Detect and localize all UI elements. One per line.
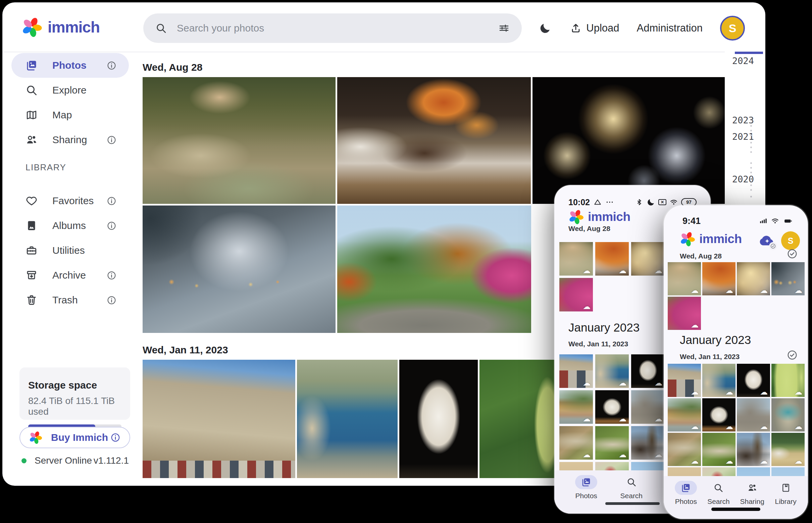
wifi-icon	[669, 198, 678, 206]
photo-autumn-park-path[interactable]	[337, 205, 531, 333]
thumb-fireworks[interactable]	[737, 262, 770, 295]
thumb-castle-ruins[interactable]	[631, 390, 665, 424]
thumb-fireworks[interactable]	[631, 242, 665, 275]
photos-icon	[581, 477, 591, 487]
thumb-ornate-trophy[interactable]	[772, 398, 805, 431]
thumb-stone-sculpture[interactable]	[595, 390, 629, 424]
sidebar-item-map[interactable]: Map	[12, 103, 129, 127]
photo-fortress-walls[interactable]	[143, 360, 295, 478]
user-avatar[interactable]: S	[720, 16, 745, 40]
nav-pill	[707, 481, 729, 495]
battery-icon	[782, 217, 794, 225]
nav-item-search[interactable]: Search	[620, 475, 643, 500]
scrubber-year-2023[interactable]: 2023	[732, 115, 754, 125]
thumb-castle-ruins[interactable]	[737, 398, 770, 431]
buy-immich-button[interactable]: Buy Immich	[19, 427, 130, 448]
info-icon[interactable]	[106, 270, 117, 281]
thumb-lizard-1[interactable]	[668, 433, 701, 466]
thumb-snowy-church[interactable]	[737, 433, 770, 466]
sidebar-item-photos[interactable]: Photos	[12, 53, 129, 78]
search-input[interactable]: Search your photos	[143, 13, 522, 43]
select-all-check-icon[interactable]	[787, 349, 798, 361]
thumb-sea-grape-berries[interactable]	[772, 364, 805, 397]
photo-coastal-town[interactable]	[297, 360, 398, 478]
photo-autumn-dinner-table[interactable]	[337, 77, 531, 204]
scrubber-year-2020[interactable]: 2020	[732, 174, 754, 184]
scrubber-tick	[750, 146, 752, 148]
search-filter-icon[interactable]	[498, 22, 510, 34]
thumb-marble-bust[interactable]	[631, 354, 665, 388]
thumb-autumn-park-path[interactable]	[668, 297, 701, 330]
thumb-coastal-town[interactable]	[702, 364, 736, 397]
screenshot-canvas: immich Search your photos Upload Adminis…	[0, 0, 812, 523]
thumb-lizard-1[interactable]	[559, 426, 593, 459]
thumb-autumn-park-path[interactable]	[559, 278, 593, 311]
photo-marble-bust[interactable]	[399, 360, 478, 478]
month-header: January 2023	[680, 333, 751, 347]
brand-wordmark: immich	[699, 232, 742, 246]
info-icon[interactable]	[106, 221, 117, 231]
nav-pill	[575, 475, 597, 489]
heart-icon	[25, 195, 38, 207]
sidebar-item-favorites[interactable]: Favorites	[12, 188, 129, 213]
info-icon[interactable]	[106, 295, 117, 305]
scrubber-year-2021[interactable]: 2021	[732, 131, 754, 142]
thumb-lizard-2[interactable]	[595, 426, 629, 459]
sidebar-item-albums[interactable]: Albums	[12, 213, 129, 238]
storage-card: Storage space 82.4 TiB of 115.1 TiB used	[19, 367, 130, 420]
thumb-snowy-church[interactable]	[631, 426, 665, 459]
nav-item-photos[interactable]: Photos	[675, 481, 697, 506]
immich-flower-icon	[21, 17, 42, 38]
user-avatar[interactable]: S	[781, 231, 800, 250]
administration-link[interactable]: Administration	[637, 22, 703, 34]
nav-pill	[741, 481, 763, 495]
sidebar-item-utilities[interactable]: Utilities	[12, 238, 129, 263]
thumb-zoo-monkeys[interactable]	[668, 262, 701, 295]
select-all-check-icon[interactable]	[787, 248, 798, 259]
thumb-autumn-dinner-table[interactable]	[595, 242, 629, 275]
nav-item-library[interactable]: Library	[775, 481, 797, 506]
thumb-stone-sculpture[interactable]	[702, 398, 736, 431]
date-group-header: Wed, Jan 11, 2023	[680, 353, 740, 361]
info-icon[interactable]	[106, 196, 117, 206]
thumb-farm-village[interactable]	[772, 433, 805, 466]
nav-pill	[775, 481, 797, 495]
brand-wordmark: immich	[588, 210, 630, 224]
photo-zoo-monkeys[interactable]	[143, 77, 335, 204]
scrubber-tick	[750, 167, 752, 169]
info-icon[interactable]	[106, 135, 117, 145]
photo-holding-hands[interactable]	[143, 205, 335, 333]
theme-toggle-button[interactable]	[538, 21, 553, 36]
thumb-beach-cliff[interactable]	[668, 398, 701, 431]
cellular-bars-icon	[759, 217, 768, 225]
scrubber-tick	[750, 172, 752, 173]
info-icon[interactable]	[106, 60, 117, 71]
immich-logo[interactable]: immich	[21, 12, 100, 42]
thumb-fortress-walls[interactable]	[559, 354, 593, 388]
nav-pill	[620, 475, 642, 489]
sidebar-item-explore[interactable]: Explore	[12, 78, 129, 103]
sidebar-item-sharing[interactable]: Sharing	[12, 127, 129, 152]
server-version: v1.112.1	[93, 455, 129, 466]
scrubber-year-2024[interactable]: 2024	[732, 56, 754, 66]
thumb-fortress-walls[interactable]	[668, 364, 701, 397]
thumb-autumn-dinner-table[interactable]	[702, 262, 736, 295]
thumb-marble-bust[interactable]	[737, 364, 770, 397]
thumb-coastal-town[interactable]	[595, 354, 629, 388]
info-icon[interactable]	[110, 432, 121, 443]
thumb-beach-cliff[interactable]	[559, 390, 593, 424]
nav-item-photos[interactable]: Photos	[575, 475, 597, 500]
sidebar-item-archive[interactable]: Archive	[12, 263, 129, 288]
archive-icon	[25, 269, 38, 281]
nav-item-sharing[interactable]: Sharing	[740, 481, 764, 506]
sidebar-item-trash[interactable]: Trash	[12, 288, 129, 312]
thumb-lizard-2[interactable]	[702, 433, 736, 466]
backup-cloud-button[interactable]	[758, 231, 776, 249]
album-icon	[25, 220, 38, 232]
nav-item-search[interactable]: Search	[707, 481, 730, 506]
thumb-zoo-monkeys[interactable]	[559, 242, 593, 275]
upload-button[interactable]: Upload	[570, 22, 619, 34]
thumb-holding-hands[interactable]	[772, 262, 805, 295]
scrubber-tick	[750, 130, 752, 131]
library-book-icon	[781, 483, 791, 493]
